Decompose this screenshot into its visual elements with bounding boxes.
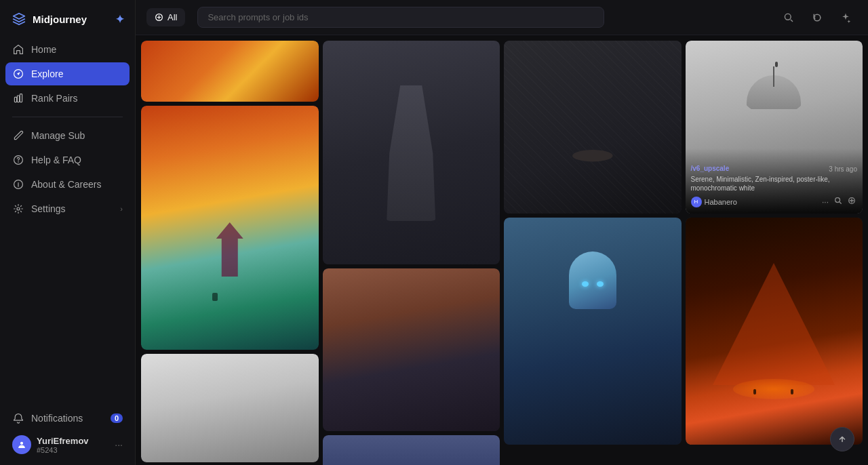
sidebar-nav: Home Explore Rank Pairs Manage Sub	[0, 35, 135, 401]
sidebar-item-home[interactable]: Home	[5, 38, 130, 61]
item-command: /v6_upscale	[691, 165, 730, 172]
notifications-label: Notifications	[31, 413, 83, 424]
logo-icon	[11, 11, 27, 27]
sidebar-item-settings[interactable]: Settings ›	[5, 197, 130, 220]
refresh-button[interactable]	[806, 6, 829, 29]
item-actions: ···	[821, 195, 857, 208]
explore-icon	[12, 68, 24, 80]
masonry-grid: /v6_upscale 3 hrs ago Serene, Minimalist…	[141, 41, 863, 465]
item-save-button[interactable]	[846, 195, 857, 208]
sidebar: Midjourney ✦ Home Explore Rank Pairs	[0, 0, 136, 465]
sidebar-item-settings-label: Settings	[31, 203, 66, 214]
item-author: H Habanero	[691, 197, 737, 207]
user-area[interactable]: YuriEfremov #5243 ···	[5, 430, 130, 460]
search-input[interactable]	[197, 7, 604, 28]
topbar: All	[136, 0, 868, 35]
gallery-item[interactable]	[323, 435, 500, 465]
gallery-item[interactable]	[141, 106, 319, 350]
gallery-item[interactable]	[323, 41, 500, 264]
topbar-tabs: All	[146, 8, 185, 26]
gallery-item[interactable]	[323, 268, 500, 431]
search-bar	[197, 7, 604, 28]
author-avatar: H	[691, 197, 702, 207]
gallery-item[interactable]	[141, 354, 319, 462]
settings-icon	[12, 203, 24, 215]
svg-point-10	[785, 14, 791, 20]
sparkle-button[interactable]	[834, 6, 857, 29]
home-icon	[12, 43, 24, 56]
notifications-item[interactable]: Notifications 0	[5, 407, 130, 430]
search-button[interactable]	[777, 6, 800, 29]
rank-icon	[12, 92, 24, 104]
bell-icon	[12, 412, 24, 424]
gallery-item[interactable]	[141, 41, 319, 102]
nav-divider-1	[12, 117, 123, 117]
sidebar-item-rank-pairs[interactable]: Rank Pairs	[5, 87, 130, 110]
gallery-item[interactable]	[504, 218, 682, 445]
svg-rect-1	[14, 97, 16, 102]
svg-point-6	[17, 207, 20, 210]
sidebar-item-manage-sub-label: Manage Sub	[31, 130, 85, 141]
author-name: Habanero	[705, 198, 737, 206]
svg-point-11	[835, 198, 840, 203]
item-time: 3 hrs ago	[829, 165, 857, 173]
sidebar-item-explore[interactable]: Explore	[5, 62, 130, 85]
svg-rect-2	[17, 96, 19, 102]
app-logo: Midjourney ✦	[0, 0, 135, 35]
sidebar-item-rank-pairs-label: Rank Pairs	[31, 93, 77, 104]
gallery-item[interactable]	[686, 218, 863, 445]
item-info-overlay: /v6_upscale 3 hrs ago Serene, Minimalist…	[686, 148, 863, 214]
user-more-icon[interactable]: ···	[115, 439, 123, 450]
user-tag: #5243	[37, 446, 109, 454]
avatar	[12, 435, 31, 454]
username: YuriEfremov	[37, 436, 109, 446]
scroll-to-top-button[interactable]	[830, 427, 854, 451]
sidebar-item-explore-label: Explore	[31, 68, 63, 79]
gallery: /v6_upscale 3 hrs ago Serene, Minimalist…	[136, 35, 868, 465]
item-search-button[interactable]	[833, 195, 844, 208]
notifications-badge: 0	[111, 413, 123, 423]
item-more-button[interactable]: ···	[821, 196, 830, 208]
svg-rect-3	[20, 94, 22, 102]
main-content: All	[136, 0, 868, 465]
edit-icon	[12, 129, 24, 142]
gallery-item[interactable]: /v6_upscale 3 hrs ago Serene, Minimalist…	[686, 41, 863, 214]
tab-all-label: All	[167, 12, 177, 22]
sidebar-bottom: Notifications 0 YuriEfremov #5243 ···	[0, 401, 135, 465]
sidebar-item-about-careers-label: About & Careers	[31, 179, 102, 190]
sidebar-item-manage-sub[interactable]: Manage Sub	[5, 124, 130, 147]
gallery-item[interactable]	[504, 41, 682, 214]
about-icon	[12, 178, 24, 190]
topbar-actions	[777, 6, 857, 29]
user-info: YuriEfremov #5243	[37, 436, 109, 454]
sidebar-item-about-careers[interactable]: About & Careers	[5, 173, 130, 196]
sidebar-item-help-faq-label: Help & FAQ	[31, 155, 81, 165]
item-description: Serene, Minimalistic, Zen-inspired, post…	[691, 175, 858, 193]
svg-point-8	[20, 442, 23, 445]
tab-all[interactable]: All	[146, 8, 185, 26]
app-name: Midjourney	[33, 14, 87, 25]
chevron-right-icon: ›	[120, 205, 123, 213]
beta-icon: ✦	[115, 13, 124, 26]
sidebar-item-help-faq[interactable]: Help & FAQ	[5, 148, 130, 171]
sidebar-item-home-label: Home	[31, 44, 56, 55]
help-icon	[12, 154, 24, 166]
item-footer: H Habanero ···	[691, 195, 858, 208]
